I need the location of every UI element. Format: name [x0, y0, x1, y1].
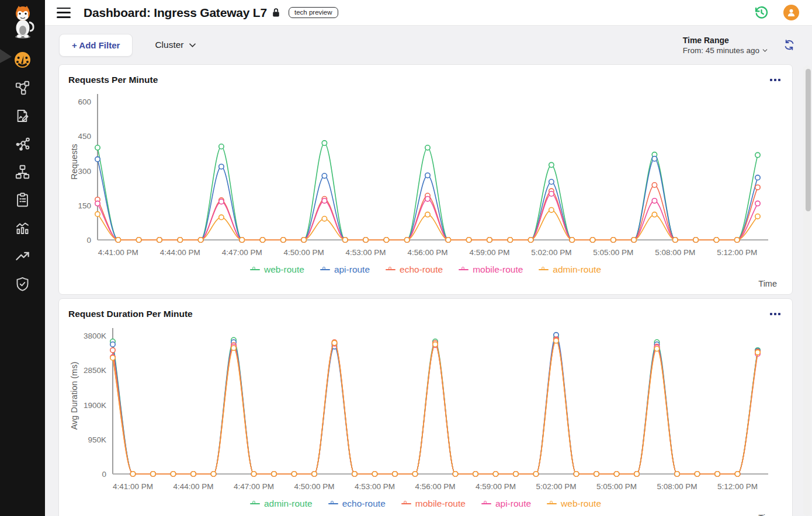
legend-label: mobile-route [473, 264, 523, 275]
document-edit-icon [15, 108, 30, 124]
svg-text:4:47:00 PM: 4:47:00 PM [234, 482, 274, 491]
sidebar-item-trends[interactable] [14, 247, 32, 264]
chart-title: Request Duration Per Minute [68, 309, 193, 319]
legend-label: api-route [334, 264, 370, 275]
sidebar-nav [0, 44, 45, 292]
svg-text:4:53:00 PM: 4:53:00 PM [346, 248, 386, 257]
legend-label: echo-route [342, 498, 386, 509]
sidebar-item-mesh-services[interactable] [14, 135, 32, 152]
add-filter-button[interactable]: + Add Filter [59, 34, 133, 57]
legend-marker-icon [250, 269, 260, 270]
trend-up-icon [15, 248, 30, 264]
sidebar-item-topology[interactable] [14, 79, 32, 96]
svg-text:4:44:00 PM: 4:44:00 PM [173, 482, 213, 491]
sidebar-item-security[interactable] [14, 276, 32, 292]
legend-marker-icon [328, 503, 338, 504]
svg-text:4:41:00 PM: 4:41:00 PM [113, 482, 153, 491]
app-logo[interactable] [0, 0, 45, 44]
svg-text:150: 150 [78, 201, 91, 210]
sidebar-item-policies[interactable] [14, 107, 32, 124]
svg-text:4:56:00 PM: 4:56:00 PM [415, 482, 455, 491]
legend-item-mobile-route[interactable]: mobile-route [401, 498, 466, 509]
svg-text:5:02:00 PM: 5:02:00 PM [531, 248, 571, 257]
sidebar-item-metrics[interactable] [14, 219, 32, 236]
svg-text:4:50:00 PM: 4:50:00 PM [294, 482, 334, 491]
x-axis-label: Time [68, 513, 783, 516]
legend-marker-icon [539, 269, 549, 270]
svg-text:3800K: 3800K [84, 332, 106, 340]
svg-text:4:44:00 PM: 4:44:00 PM [160, 248, 200, 257]
legend-label: echo-route [400, 264, 443, 275]
legend-label: api-route [495, 498, 531, 509]
svg-text:2850K: 2850K [84, 366, 106, 375]
clipboard-list-icon [15, 192, 30, 208]
requests-line-chart[interactable]: 60045030015004:41:00 PM4:44:00 PM4:47:00… [68, 89, 782, 262]
svg-text:450: 450 [78, 132, 91, 141]
svg-text:300: 300 [78, 167, 91, 176]
svg-text:5:05:00 PM: 5:05:00 PM [596, 482, 637, 491]
chart-card-requests-per-minute: Requests Per Minute Requests 60045030015… [58, 64, 793, 295]
time-range-label: Time Range [683, 36, 768, 45]
svg-text:950K: 950K [88, 435, 106, 444]
svg-text:4:56:00 PM: 4:56:00 PM [407, 248, 447, 257]
sidebar-item-audit[interactable] [14, 191, 32, 208]
legend-item-web-route[interactable]: web-route [547, 498, 601, 509]
page-title: Dashboard: Ingress Gateway L7 [84, 6, 267, 20]
time-range-selector[interactable]: From: 45 minutes ago [683, 46, 768, 55]
legend-item-api-route[interactable]: api-route [481, 498, 531, 509]
person-icon [786, 8, 796, 18]
x-axis-label: Time [68, 279, 783, 288]
chart-menu-button[interactable] [768, 311, 783, 318]
svg-text:4:47:00 PM: 4:47:00 PM [222, 248, 262, 257]
legend-label: admin-route [553, 264, 601, 275]
sidebar-item-gateways[interactable] [14, 163, 32, 180]
legend-label: web-route [264, 264, 304, 275]
svg-text:5:05:00 PM: 5:05:00 PM [593, 248, 633, 257]
shield-check-icon [15, 276, 30, 292]
sidebar [0, 0, 45, 516]
lock-icon [272, 8, 280, 18]
legend-marker-icon [320, 269, 330, 270]
refresh-button[interactable] [783, 39, 796, 51]
cluster-dropdown-label: Cluster [155, 40, 183, 50]
sidebar-item-dashboards[interactable] [14, 51, 32, 68]
legend-item-admin-route[interactable]: admin-route [539, 264, 601, 275]
legend-item-echo-route[interactable]: echo-route [328, 498, 386, 509]
history-button[interactable] [754, 5, 769, 20]
tech-preview-badge: tech preview [289, 7, 338, 18]
top-header: Dashboard: Ingress Gateway L7 tech previ… [45, 0, 812, 26]
legend-marker-icon [250, 503, 260, 504]
svg-text:5:02:00 PM: 5:02:00 PM [536, 482, 576, 491]
chevron-down-icon [189, 43, 196, 48]
gauge-dashboard-icon [14, 51, 31, 68]
cluster-dropdown[interactable]: Cluster [155, 40, 196, 50]
legend-marker-icon [481, 503, 491, 504]
legend-item-mobile-route[interactable]: mobile-route [459, 264, 523, 275]
chart-legend: web-routeapi-routeecho-routemobile-route… [68, 264, 783, 275]
legend-marker-icon [386, 269, 395, 270]
user-avatar-button[interactable] [783, 5, 799, 20]
legend-item-echo-route[interactable]: echo-route [386, 264, 443, 275]
chart-title: Requests Per Minute [68, 75, 158, 85]
legend-item-web-route[interactable]: web-route [250, 264, 304, 275]
svg-text:5:08:00 PM: 5:08:00 PM [655, 248, 695, 257]
history-icon [754, 5, 769, 20]
chart-menu-button[interactable] [768, 76, 783, 83]
legend-label: admin-route [264, 498, 313, 509]
svg-text:4:59:00 PM: 4:59:00 PM [469, 248, 509, 257]
svg-text:0: 0 [102, 470, 106, 479]
legend-item-admin-route[interactable]: admin-route [250, 498, 313, 509]
svg-text:600: 600 [78, 97, 91, 106]
scrollbar-thumb[interactable] [806, 69, 811, 211]
refresh-icon [783, 39, 796, 51]
chart-card-request-duration-per-minute: Request Duration Per Minute Avg Duration… [58, 298, 793, 516]
duration-line-chart[interactable]: 3800K2850K1900K950K04:41:00 PM4:44:00 PM… [68, 323, 782, 496]
legend-label: mobile-route [415, 498, 466, 509]
legend-marker-icon [401, 503, 411, 504]
legend-item-api-route[interactable]: api-route [320, 264, 370, 275]
topology-icon [15, 80, 30, 96]
mascot-logo-icon [9, 5, 36, 40]
svg-text:1900K: 1900K [84, 401, 106, 410]
menu-toggle-button[interactable] [57, 8, 71, 18]
filter-bar: + Add Filter Cluster Time Range From: 45… [45, 26, 812, 64]
